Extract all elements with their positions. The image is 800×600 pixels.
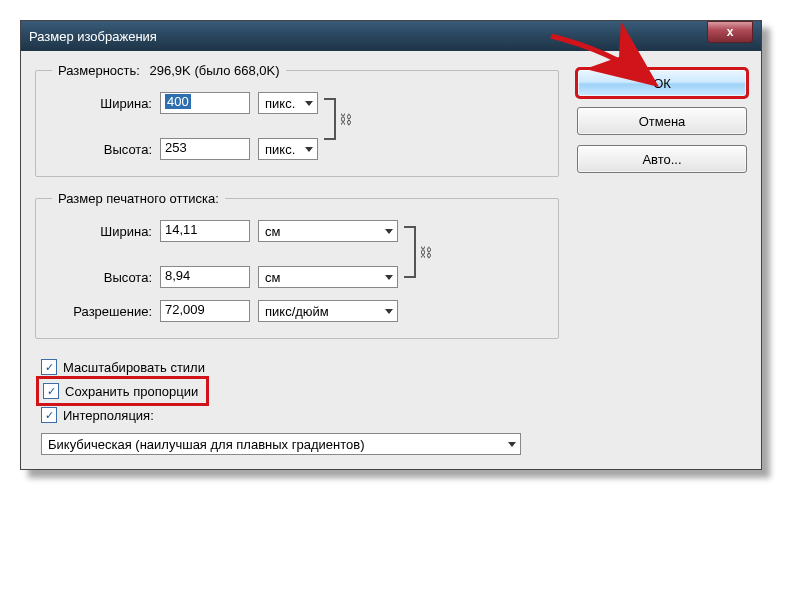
print-height-unit-select[interactable]: см — [258, 266, 398, 288]
ok-button[interactable]: ОК — [577, 69, 747, 97]
pixel-width-input[interactable]: 400 — [160, 92, 250, 114]
chevron-down-icon — [385, 275, 393, 280]
width-label: Ширина: — [52, 96, 152, 111]
chain-icon: ⛓ — [419, 245, 432, 260]
pixel-height-unit-select[interactable]: пикс. — [258, 138, 318, 160]
interpolation-label: Интерполяция: — [63, 408, 154, 423]
cancel-button[interactable]: Отмена — [577, 107, 747, 135]
print-height-input[interactable]: 8,94 — [160, 266, 250, 288]
image-size-dialog: Размер изображения x Размерность: 296,9K… — [20, 20, 762, 470]
interpolation-checkbox-row[interactable]: ✓ Интерполяция: — [41, 407, 745, 423]
titlebar: Размер изображения x — [21, 21, 761, 51]
constrain-proportions-checkbox-row[interactable]: ✓ Сохранить пропорции — [41, 381, 204, 401]
pixel-height-input[interactable]: 253 — [160, 138, 250, 160]
constrain-proportions-label: Сохранить пропорции — [65, 384, 198, 399]
print-height-label: Высота: — [52, 270, 152, 285]
chevron-down-icon — [385, 229, 393, 234]
pixel-width-unit-select[interactable]: пикс. — [258, 92, 318, 114]
print-width-input[interactable]: 14,11 — [160, 220, 250, 242]
chevron-down-icon — [305, 147, 313, 152]
chevron-down-icon — [508, 442, 516, 447]
resolution-unit-select[interactable]: пикс/дюйм — [258, 300, 398, 322]
checkbox-checked-icon: ✓ — [41, 407, 57, 423]
auto-button[interactable]: Авто... — [577, 145, 747, 173]
scale-styles-label: Масштабировать стили — [63, 360, 205, 375]
print-size-legend: Размер печатного оттиска: — [52, 191, 225, 206]
checkbox-checked-icon: ✓ — [43, 383, 59, 399]
print-size-group: Размер печатного оттиска: Ширина: 14,11 … — [35, 191, 559, 339]
height-label: Высота: — [52, 142, 152, 157]
chevron-down-icon — [305, 101, 313, 106]
chain-icon: ⛓ — [339, 112, 352, 127]
interpolation-method-select[interactable]: Бикубическая (наилучшая для плавных град… — [41, 433, 521, 455]
dimensions-summary: 296,9K (было 668,0K) — [150, 63, 280, 78]
close-button[interactable]: x — [707, 21, 753, 43]
checkbox-checked-icon: ✓ — [41, 359, 57, 375]
resolution-input[interactable]: 72,009 — [160, 300, 250, 322]
scale-styles-checkbox-row[interactable]: ✓ Масштабировать стили — [41, 359, 745, 375]
close-icon: x — [727, 25, 734, 39]
dialog-title: Размер изображения — [29, 29, 157, 44]
print-constrain-link-icon: ⛓ — [404, 220, 426, 284]
pixel-dimensions-group: Размерность: 296,9K (было 668,0K) Ширина… — [35, 63, 559, 177]
constrain-link-icon: ⛓ — [324, 92, 346, 146]
chevron-down-icon — [385, 309, 393, 314]
pixel-dimensions-legend: Размерность: 296,9K (было 668,0K) — [52, 63, 286, 78]
print-width-label: Ширина: — [52, 224, 152, 239]
resolution-label: Разрешение: — [52, 304, 152, 319]
print-width-unit-select[interactable]: см — [258, 220, 398, 242]
